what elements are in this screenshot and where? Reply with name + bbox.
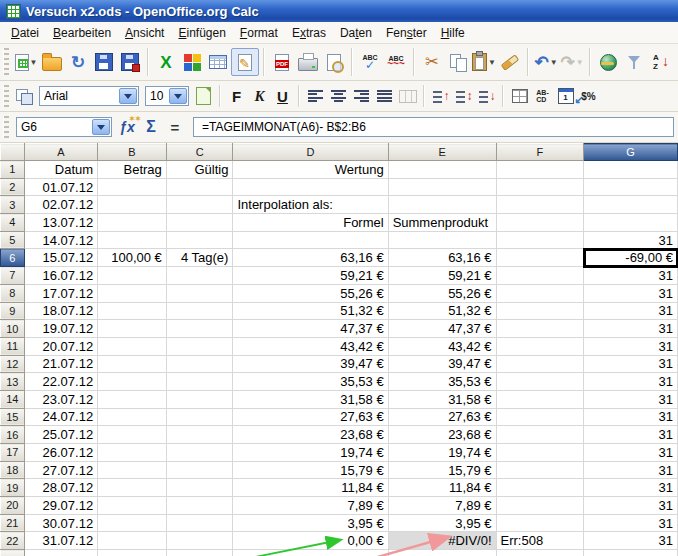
- menu-item[interactable]: Ansicht: [118, 24, 171, 42]
- cell-B9[interactable]: [98, 302, 167, 320]
- cell-D9[interactable]: 51,32 €: [233, 302, 388, 320]
- cell-C3[interactable]: [166, 196, 233, 214]
- cell-C22[interactable]: [166, 532, 233, 550]
- cell-F12[interactable]: [496, 355, 584, 373]
- font-name-dropdown[interactable]: [119, 88, 137, 104]
- cell-C23[interactable]: [166, 550, 233, 556]
- cell-D7[interactable]: 59,21 €: [233, 267, 388, 285]
- cell-A16[interactable]: 25.07.12: [24, 426, 98, 444]
- cell-E11[interactable]: 43,42 €: [388, 337, 496, 355]
- italic-button[interactable]: K: [248, 85, 271, 108]
- cell-E17[interactable]: 19,74 €: [388, 444, 496, 462]
- cell-A7[interactable]: 16.07.12: [24, 267, 98, 285]
- name-box-dropdown[interactable]: [92, 119, 110, 135]
- cell-A2[interactable]: 01.07.12: [24, 178, 98, 196]
- cell-B3[interactable]: [98, 196, 167, 214]
- row-header-19[interactable]: 19: [1, 479, 25, 497]
- column-header-B[interactable]: B: [98, 144, 167, 161]
- open-button[interactable]: [39, 49, 65, 75]
- title-bar[interactable]: Versuch x2.ods - OpenOffice.org Calc: [0, 0, 678, 22]
- cell-B4[interactable]: [98, 214, 167, 232]
- cell-D14[interactable]: 31,58 €: [233, 390, 388, 408]
- cell-B10[interactable]: [98, 320, 167, 338]
- cell-G5[interactable]: 31: [584, 231, 678, 249]
- row-header-23[interactable]: [1, 550, 25, 556]
- cell-G1[interactable]: [584, 161, 678, 179]
- cell-reference-input[interactable]: [17, 118, 91, 136]
- column-header-D[interactable]: D: [233, 144, 388, 161]
- cell-A19[interactable]: 28.07.12: [24, 479, 98, 497]
- column-header-G[interactable]: G: [584, 144, 678, 161]
- cell-B13[interactable]: [98, 373, 167, 391]
- cell-F6[interactable]: [496, 249, 584, 267]
- cell-A5[interactable]: 14.07.12: [24, 231, 98, 249]
- font-name-input[interactable]: [40, 87, 118, 105]
- save-button[interactable]: [91, 49, 117, 75]
- cell-B8[interactable]: [98, 284, 167, 302]
- cell-D19[interactable]: 11,84 €: [233, 479, 388, 497]
- cell-C10[interactable]: [166, 320, 233, 338]
- cell-G23[interactable]: [584, 550, 678, 556]
- cell-D5[interactable]: [233, 231, 388, 249]
- number-format-text-button[interactable]: AB-CD: [531, 85, 554, 108]
- font-size-input[interactable]: [146, 87, 168, 105]
- cell-F17[interactable]: [496, 444, 584, 462]
- cell-D21[interactable]: 3,95 €: [233, 514, 388, 532]
- cell-F14[interactable]: [496, 390, 584, 408]
- cell-B11[interactable]: [98, 337, 167, 355]
- export-excel-button[interactable]: X: [153, 49, 179, 75]
- align-right-button[interactable]: [350, 85, 373, 108]
- align-left-button[interactable]: [304, 85, 327, 108]
- cell-C1[interactable]: Gültig: [166, 161, 233, 179]
- choose-themes-button[interactable]: [179, 49, 205, 75]
- row-header-12[interactable]: 12: [1, 355, 25, 373]
- cell-G4[interactable]: [584, 214, 678, 232]
- cell-A11[interactable]: 20.07.12: [24, 337, 98, 355]
- cell-E1[interactable]: [388, 161, 496, 179]
- cell-A12[interactable]: 21.07.12: [24, 355, 98, 373]
- cell-F9[interactable]: [496, 302, 584, 320]
- cell-C14[interactable]: [166, 390, 233, 408]
- row-header-5[interactable]: 5: [1, 231, 25, 249]
- cell-B15[interactable]: [98, 408, 167, 426]
- cell-F11[interactable]: [496, 337, 584, 355]
- sum-button[interactable]: Σ: [139, 115, 163, 139]
- row-header-22[interactable]: 22: [1, 532, 25, 550]
- cell-E14[interactable]: 31,58 €: [388, 390, 496, 408]
- cell-G2[interactable]: [584, 178, 678, 196]
- cell-B17[interactable]: [98, 444, 167, 462]
- cell-C13[interactable]: [166, 373, 233, 391]
- cell-F20[interactable]: [496, 497, 584, 515]
- cell-C20[interactable]: [166, 497, 233, 515]
- cell-B18[interactable]: [98, 461, 167, 479]
- cell-F5[interactable]: [496, 231, 584, 249]
- cell-D3[interactable]: Interpolation als:: [233, 196, 388, 214]
- column-header-C[interactable]: C: [166, 144, 233, 161]
- row-header-18[interactable]: 18: [1, 461, 25, 479]
- cell-A13[interactable]: 22.07.12: [24, 373, 98, 391]
- font-size-combo[interactable]: [145, 86, 189, 106]
- column-header-F[interactable]: F: [496, 144, 584, 161]
- row-header-17[interactable]: 17: [1, 444, 25, 462]
- formula-input[interactable]: [198, 118, 669, 136]
- function-button[interactable]: =: [163, 115, 187, 139]
- page-preview-button[interactable]: [321, 49, 347, 75]
- cell-C8[interactable]: [166, 284, 233, 302]
- cell-B6[interactable]: 100,00 €: [98, 249, 167, 267]
- auto-spellcheck-button[interactable]: ABC~~~: [383, 49, 409, 75]
- row-header-1[interactable]: 1: [1, 161, 25, 179]
- menu-item[interactable]: Hilfe: [434, 24, 472, 42]
- cell-B23[interactable]: [98, 550, 167, 556]
- cell-A8[interactable]: 17.07.12: [24, 284, 98, 302]
- cell-A17[interactable]: 26.07.12: [24, 444, 98, 462]
- cell-A4[interactable]: 13.07.12: [24, 214, 98, 232]
- document-button[interactable]: [192, 85, 215, 108]
- column-header-E[interactable]: E: [388, 144, 496, 161]
- cell-E15[interactable]: 27,63 €: [388, 408, 496, 426]
- cell-C15[interactable]: [166, 408, 233, 426]
- select-all-corner[interactable]: [1, 144, 25, 161]
- navigator-button[interactable]: [595, 49, 621, 75]
- row-header-8[interactable]: 8: [1, 284, 25, 302]
- cut-button[interactable]: ✂: [419, 49, 445, 75]
- cell-C9[interactable]: [166, 302, 233, 320]
